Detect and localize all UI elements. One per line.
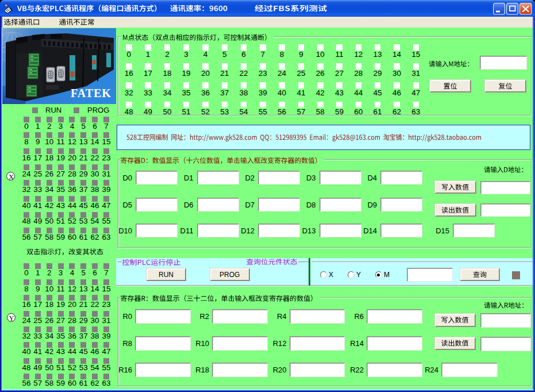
svg-text:FATEK: FATEK xyxy=(71,87,111,99)
